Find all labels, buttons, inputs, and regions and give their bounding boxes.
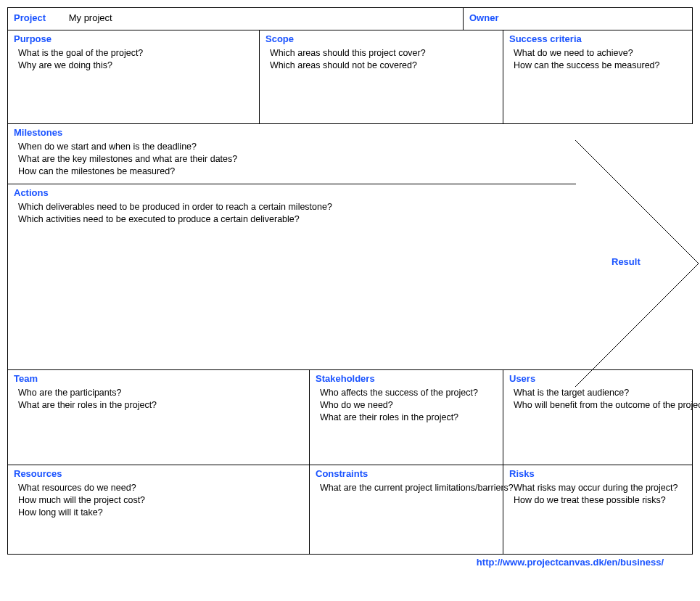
- resources-heading: Resources: [14, 468, 303, 479]
- actions-line: Which deliverables need to be produced i…: [18, 201, 570, 213]
- constraints-heading: Constraints: [316, 468, 497, 479]
- header-project-cell: Project My project: [7, 7, 464, 30]
- users-cell: Users What is the target audience? Who w…: [503, 369, 693, 465]
- risks-line: What risks may occur during the project?: [514, 482, 686, 494]
- resources-line: How much will the project cost?: [18, 494, 303, 507]
- success-heading: Success criteria: [509, 33, 686, 44]
- actions-cell: Actions Which deliverables need to be pr…: [7, 184, 576, 370]
- users-lines: What is the target audience? Who will be…: [509, 387, 686, 412]
- milestones-line: When do we start and when is the deadlin…: [18, 141, 570, 153]
- milestones-line: What are the key milestones and what are…: [18, 153, 570, 165]
- users-heading: Users: [509, 373, 686, 384]
- success-line: What do we need to achieve?: [514, 47, 686, 60]
- team-line: What are their roles in the project?: [18, 399, 303, 412]
- users-line: What is the target audience?: [514, 387, 686, 399]
- stakeholders-lines: Who affects the success of the project? …: [316, 387, 497, 424]
- stakeholders-line: Who do we need?: [320, 399, 497, 412]
- constraints-cell: Constraints What are the current project…: [309, 465, 503, 555]
- actions-line: Which activities need to be executed to …: [18, 213, 570, 226]
- scope-cell: Scope Which areas should this project co…: [259, 30, 503, 124]
- team-line: Who are the participants?: [18, 387, 303, 399]
- purpose-lines: What is the goal of the project? Why are…: [14, 47, 253, 72]
- scope-heading: Scope: [265, 33, 497, 44]
- success-lines: What do we need to achieve? How can the …: [509, 47, 686, 72]
- result-heading: Result: [612, 256, 641, 267]
- risks-heading: Risks: [509, 468, 686, 479]
- owner-label: Owner: [469, 11, 498, 23]
- team-lines: Who are the participants? What are their…: [14, 387, 303, 412]
- actions-lines: Which deliverables need to be produced i…: [14, 201, 570, 226]
- project-label: Project: [14, 12, 66, 23]
- header-owner-cell: Owner: [463, 7, 693, 30]
- users-line: Who will benefit from the outcome of the…: [514, 399, 686, 412]
- purpose-line: What is the goal of the project?: [18, 47, 253, 60]
- stakeholders-heading: Stakeholders: [316, 373, 497, 384]
- resources-line: What resources do we need?: [18, 482, 303, 494]
- project-name: My project: [69, 12, 112, 23]
- constraints-line: What are the current project limitations…: [320, 482, 497, 494]
- milestones-lines: When do we start and when is the deadlin…: [14, 141, 570, 178]
- resources-cell: Resources What resources do we need? How…: [7, 465, 310, 555]
- purpose-line: Why are we doing this?: [18, 60, 253, 72]
- resources-line: How long will it take?: [18, 507, 303, 519]
- milestones-heading: Milestones: [14, 127, 570, 138]
- scope-line: Which areas should this project cover?: [270, 47, 497, 60]
- risks-line: How do we treat these possible risks?: [514, 494, 686, 507]
- milestones-cell: Milestones When do we start and when is …: [7, 123, 576, 184]
- milestones-line: How can the milestones be measured?: [18, 165, 570, 178]
- footer-url[interactable]: http://www.projectcanvas.dk/en/business/: [7, 554, 693, 568]
- resources-lines: What resources do we need? How much will…: [14, 482, 303, 519]
- stakeholders-line: What are their roles in the project?: [320, 412, 497, 424]
- risks-cell: Risks What risks may occur during the pr…: [503, 465, 693, 555]
- scope-line: Which areas should not be covered?: [270, 60, 497, 72]
- purpose-heading: Purpose: [14, 33, 253, 44]
- team-cell: Team Who are the participants? What are …: [7, 369, 310, 465]
- success-line: How can the success be measured?: [514, 60, 686, 72]
- purpose-cell: Purpose What is the goal of the project?…: [7, 30, 260, 124]
- success-cell: Success criteria What do we need to achi…: [503, 30, 693, 124]
- stakeholders-cell: Stakeholders Who affects the success of …: [309, 369, 503, 465]
- actions-heading: Actions: [14, 187, 570, 198]
- constraints-lines: What are the current project limitations…: [316, 482, 497, 494]
- risks-lines: What risks may occur during the project?…: [509, 482, 686, 507]
- team-heading: Team: [14, 373, 303, 384]
- stakeholders-line: Who affects the success of the project?: [320, 387, 497, 399]
- scope-lines: Which areas should this project cover? W…: [265, 47, 497, 72]
- project-canvas: Project My project Owner Purpose What is…: [7, 7, 693, 568]
